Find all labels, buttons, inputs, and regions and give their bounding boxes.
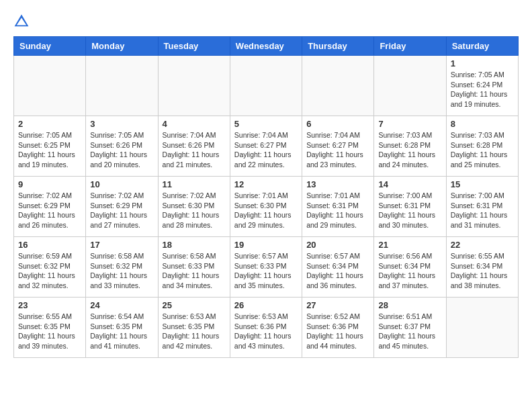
day-info: Sunrise: 6:55 AM Sunset: 6:34 PM Dayligh… (451, 251, 514, 291)
day-info: Sunrise: 6:57 AM Sunset: 6:34 PM Dayligh… (306, 251, 369, 291)
calendar-day-cell: 4Sunrise: 7:04 AM Sunset: 6:26 PM Daylig… (158, 116, 230, 177)
calendar-day-cell (446, 298, 518, 358)
calendar-day-cell: 28Sunrise: 6:51 AM Sunset: 6:37 PM Dayli… (374, 298, 446, 358)
calendar-day-cell: 15Sunrise: 7:00 AM Sunset: 6:31 PM Dayli… (446, 177, 518, 237)
day-info: Sunrise: 6:57 AM Sunset: 6:33 PM Dayligh… (234, 251, 298, 291)
day-number: 9 (18, 179, 81, 189)
day-info: Sunrise: 6:58 AM Sunset: 6:33 PM Dayligh… (163, 251, 226, 291)
day-number: 3 (90, 119, 153, 129)
calendar-day-cell: 6Sunrise: 7:04 AM Sunset: 6:27 PM Daylig… (302, 116, 374, 177)
weekday-header: Tuesday (158, 37, 230, 56)
calendar-day-cell: 21Sunrise: 6:56 AM Sunset: 6:34 PM Dayli… (374, 237, 446, 298)
day-info: Sunrise: 6:51 AM Sunset: 6:37 PM Dayligh… (378, 312, 441, 351)
day-info: Sunrise: 6:53 AM Sunset: 6:35 PM Dayligh… (163, 312, 226, 351)
day-info: Sunrise: 7:00 AM Sunset: 6:31 PM Dayligh… (451, 191, 514, 230)
day-info: Sunrise: 6:53 AM Sunset: 6:36 PM Dayligh… (234, 312, 298, 351)
day-info: Sunrise: 6:55 AM Sunset: 6:35 PM Dayligh… (18, 312, 81, 351)
day-number: 16 (18, 240, 81, 250)
day-number: 20 (306, 240, 369, 250)
day-number: 1 (451, 58, 514, 68)
calendar-day-cell: 2Sunrise: 7:05 AM Sunset: 6:25 PM Daylig… (14, 116, 86, 177)
calendar-day-cell: 11Sunrise: 7:02 AM Sunset: 6:30 PM Dayli… (158, 177, 230, 237)
calendar-day-cell (86, 56, 158, 116)
calendar-day-cell: 8Sunrise: 7:03 AM Sunset: 6:28 PM Daylig… (446, 116, 518, 177)
calendar-day-cell (230, 56, 302, 116)
calendar-day-cell: 26Sunrise: 6:53 AM Sunset: 6:36 PM Dayli… (230, 298, 302, 358)
day-number: 13 (306, 179, 369, 189)
calendar-week-row: 23Sunrise: 6:55 AM Sunset: 6:35 PM Dayli… (14, 298, 519, 358)
calendar-day-cell (158, 56, 230, 116)
day-info: Sunrise: 7:02 AM Sunset: 6:29 PM Dayligh… (18, 191, 81, 230)
day-info: Sunrise: 6:52 AM Sunset: 6:36 PM Dayligh… (306, 312, 369, 351)
day-info: Sunrise: 6:58 AM Sunset: 6:32 PM Dayligh… (90, 251, 153, 291)
day-number: 7 (378, 119, 441, 129)
day-info: Sunrise: 7:02 AM Sunset: 6:29 PM Dayligh… (90, 191, 153, 230)
logo (13, 13, 32, 30)
day-number: 14 (378, 179, 441, 189)
day-info: Sunrise: 6:59 AM Sunset: 6:32 PM Dayligh… (18, 251, 81, 291)
calendar-day-cell: 27Sunrise: 6:52 AM Sunset: 6:36 PM Dayli… (302, 298, 374, 358)
weekday-header: Saturday (446, 37, 518, 56)
calendar-week-row: 9Sunrise: 7:02 AM Sunset: 6:29 PM Daylig… (14, 177, 519, 237)
day-number: 24 (90, 300, 153, 310)
day-number: 28 (378, 300, 441, 310)
day-number: 23 (18, 300, 81, 310)
day-number: 21 (378, 240, 441, 250)
calendar-day-cell: 17Sunrise: 6:58 AM Sunset: 6:32 PM Dayli… (86, 237, 158, 298)
day-number: 22 (451, 240, 514, 250)
weekday-header: Friday (374, 37, 446, 56)
day-number: 18 (163, 240, 226, 250)
calendar-day-cell: 10Sunrise: 7:02 AM Sunset: 6:29 PM Dayli… (86, 177, 158, 237)
day-info: Sunrise: 7:04 AM Sunset: 6:27 PM Dayligh… (306, 130, 369, 170)
weekday-header: Thursday (302, 37, 374, 56)
calendar-week-row: 16Sunrise: 6:59 AM Sunset: 6:32 PM Dayli… (14, 237, 519, 298)
calendar-day-cell: 18Sunrise: 6:58 AM Sunset: 6:33 PM Dayli… (158, 237, 230, 298)
calendar-day-cell: 14Sunrise: 7:00 AM Sunset: 6:31 PM Dayli… (374, 177, 446, 237)
calendar-day-cell (302, 56, 374, 116)
calendar-day-cell: 13Sunrise: 7:01 AM Sunset: 6:31 PM Dayli… (302, 177, 374, 237)
day-number: 5 (234, 119, 298, 129)
header (13, 13, 519, 30)
calendar-week-row: 1Sunrise: 7:05 AM Sunset: 6:24 PM Daylig… (14, 56, 519, 116)
day-number: 10 (90, 179, 153, 189)
day-info: Sunrise: 7:00 AM Sunset: 6:31 PM Dayligh… (378, 191, 441, 230)
day-info: Sunrise: 7:01 AM Sunset: 6:30 PM Dayligh… (234, 191, 298, 230)
calendar-day-cell: 25Sunrise: 6:53 AM Sunset: 6:35 PM Dayli… (158, 298, 230, 358)
day-info: Sunrise: 7:01 AM Sunset: 6:31 PM Dayligh… (306, 191, 369, 230)
day-number: 17 (90, 240, 153, 250)
logo-icon (13, 13, 30, 30)
calendar-day-cell: 24Sunrise: 6:54 AM Sunset: 6:35 PM Dayli… (86, 298, 158, 358)
day-info: Sunrise: 7:04 AM Sunset: 6:27 PM Dayligh… (234, 130, 298, 170)
day-info: Sunrise: 7:04 AM Sunset: 6:26 PM Dayligh… (163, 130, 226, 170)
day-info: Sunrise: 6:56 AM Sunset: 6:34 PM Dayligh… (378, 251, 441, 291)
day-number: 4 (163, 119, 226, 129)
calendar-day-cell: 7Sunrise: 7:03 AM Sunset: 6:28 PM Daylig… (374, 116, 446, 177)
day-info: Sunrise: 7:05 AM Sunset: 6:24 PM Dayligh… (451, 70, 514, 109)
day-info: Sunrise: 7:03 AM Sunset: 6:28 PM Dayligh… (378, 130, 441, 170)
calendar-day-cell: 20Sunrise: 6:57 AM Sunset: 6:34 PM Dayli… (302, 237, 374, 298)
calendar-day-cell: 16Sunrise: 6:59 AM Sunset: 6:32 PM Dayli… (14, 237, 86, 298)
day-info: Sunrise: 7:05 AM Sunset: 6:25 PM Dayligh… (18, 130, 81, 170)
day-info: Sunrise: 6:54 AM Sunset: 6:35 PM Dayligh… (90, 312, 153, 351)
weekday-header: Sunday (14, 37, 86, 56)
day-number: 6 (306, 119, 369, 129)
calendar-week-row: 2Sunrise: 7:05 AM Sunset: 6:25 PM Daylig… (14, 116, 519, 177)
day-info: Sunrise: 7:05 AM Sunset: 6:26 PM Dayligh… (90, 130, 153, 170)
day-number: 27 (306, 300, 369, 310)
weekday-header: Monday (86, 37, 158, 56)
weekday-header: Wednesday (230, 37, 302, 56)
day-number: 8 (451, 119, 514, 129)
day-info: Sunrise: 7:02 AM Sunset: 6:30 PM Dayligh… (163, 191, 226, 230)
day-number: 2 (18, 119, 81, 129)
calendar-day-cell: 19Sunrise: 6:57 AM Sunset: 6:33 PM Dayli… (230, 237, 302, 298)
calendar-day-cell: 5Sunrise: 7:04 AM Sunset: 6:27 PM Daylig… (230, 116, 302, 177)
calendar-day-cell: 9Sunrise: 7:02 AM Sunset: 6:29 PM Daylig… (14, 177, 86, 237)
calendar-day-cell (374, 56, 446, 116)
calendar-day-cell: 12Sunrise: 7:01 AM Sunset: 6:30 PM Dayli… (230, 177, 302, 237)
weekday-header-row: SundayMondayTuesdayWednesdayThursdayFrid… (14, 37, 519, 56)
calendar-day-cell: 1Sunrise: 7:05 AM Sunset: 6:24 PM Daylig… (446, 56, 518, 116)
day-number: 19 (234, 240, 298, 250)
day-number: 15 (451, 179, 514, 189)
day-info: Sunrise: 7:03 AM Sunset: 6:28 PM Dayligh… (451, 130, 514, 170)
calendar-day-cell: 22Sunrise: 6:55 AM Sunset: 6:34 PM Dayli… (446, 237, 518, 298)
